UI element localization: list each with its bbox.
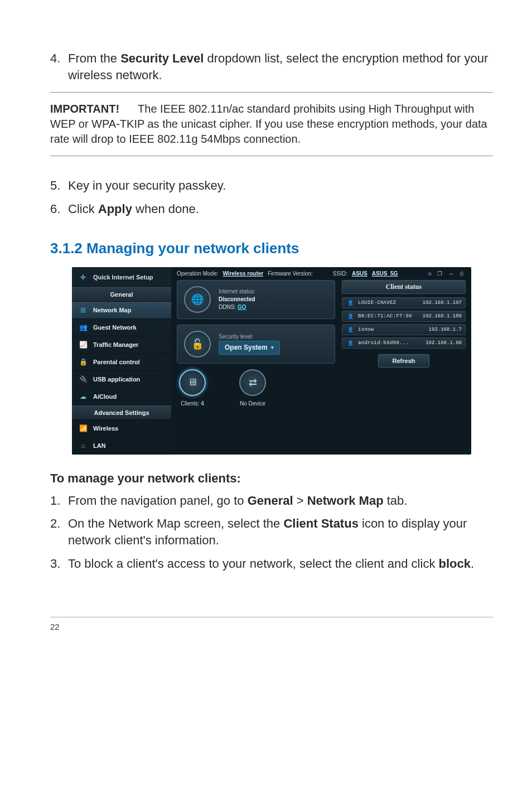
clients-caption: Clients: 4: [179, 400, 206, 407]
manage-step-3-b1: block: [439, 557, 471, 571]
manage-step-2-number: 2.: [50, 515, 68, 548]
step-4-pre: From the: [68, 51, 120, 65]
step-4: 4. From the Security Level dropdown list…: [50, 50, 493, 83]
security-level-dropdown[interactable]: Open System ▾: [219, 341, 280, 355]
sidebar-item-aicloud[interactable]: ☁ AiCloud: [72, 388, 171, 405]
manage-clients-heading: To manage your network clients:: [50, 471, 493, 486]
aicloud-icon: ☁: [78, 392, 89, 401]
ssid-1[interactable]: ASUS: [352, 270, 367, 277]
sidebar-item-parental-control[interactable]: 🔒 Parental control: [72, 354, 171, 371]
sidebar-item-wireless[interactable]: 📶 Wireless: [72, 420, 171, 437]
quick-internet-setup-label: Quick Internet Setup: [93, 274, 153, 281]
clients-count: 4: [201, 400, 204, 407]
page-number: 22: [50, 622, 60, 631]
client-ip: 192.168.1.197: [420, 300, 462, 306]
sidebar-group-advanced: Advanced Settings: [72, 405, 171, 420]
header-icons[interactable]: ⎋ ❐ ↔ ⎙: [428, 270, 466, 277]
step-4-number: 4.: [50, 50, 68, 83]
sidebar-item-label: Wireless: [93, 425, 118, 432]
manage-step-1-b1: General: [248, 494, 293, 508]
step-6-text: Click Apply when done.: [68, 201, 493, 218]
manage-step-1: 1. From the navigation panel, go to Gene…: [50, 492, 493, 509]
ssid-label: SSID:: [333, 270, 347, 277]
client-ip: 192.168.1.189: [420, 313, 462, 319]
client-row[interactable]: 👤 LOUIE-CHAVEZ 192.168.1.197: [342, 297, 466, 308]
client-row[interactable]: 👤 android-b9d80... 192.168.1.60: [342, 337, 466, 349]
internet-status-lines: Internet status: Disconnected DDNS: GO: [219, 288, 255, 311]
step-5-number: 5.: [50, 177, 68, 194]
client-icon: 👤: [346, 313, 355, 319]
clients-tile[interactable]: 🖥 Clients: 4: [179, 369, 206, 407]
router-screenshot: ✧ Quick Internet Setup General ⊞ Network…: [72, 267, 471, 455]
client-row[interactable]: 👤 isnow 192.168.1.7: [342, 324, 466, 335]
op-mode-value[interactable]: Wireless router: [223, 270, 264, 277]
client-status-header: Client status: [342, 280, 466, 294]
internet-status-card[interactable]: 🌐 Internet status: Disconnected DDNS: GO: [177, 280, 335, 319]
client-icon: 👤: [346, 327, 355, 332]
sidebar-item-guest-network[interactable]: 👥 Guest Network: [72, 319, 171, 336]
manage-step-2-text: On the Network Map screen, select the Cl…: [68, 515, 493, 548]
quick-internet-setup[interactable]: ✧ Quick Internet Setup: [72, 267, 171, 287]
important-block: IMPORTANT! The IEEE 802.11n/ac standard …: [50, 102, 493, 147]
ssid-2[interactable]: ASUS_5G: [372, 270, 398, 277]
ddns-go-link[interactable]: GO: [238, 304, 246, 310]
globe-icon: 🌐: [184, 286, 211, 313]
step-5-text: Key in your security passkey.: [68, 177, 493, 194]
divider-bottom: [50, 156, 493, 156]
clients-icon: 🖥: [179, 369, 206, 396]
sidebar-item-lan[interactable]: ⌂ LAN: [72, 437, 171, 455]
step-6: 6. Click Apply when done.: [50, 201, 493, 218]
step-4-text: From the Security Level dropdown list, s…: [68, 50, 493, 83]
sidebar-item-label: LAN: [93, 442, 106, 449]
security-card[interactable]: 🔓 Security level: Open System ▾: [177, 325, 335, 364]
chevron-down-icon: ▾: [271, 344, 274, 351]
client-icon: 👤: [346, 340, 355, 346]
usb-tile[interactable]: ⇄ No Device: [239, 369, 266, 407]
ddns-label: DDNS:: [219, 304, 236, 310]
page-footer: 22: [50, 617, 493, 631]
lock-icon: 🔓: [184, 331, 211, 357]
sidebar-item-usb-application[interactable]: 🔌 USB application: [72, 371, 171, 388]
guest-network-icon: 👥: [78, 323, 89, 332]
manage-step-3-pre: To block a client's access to your netwo…: [68, 557, 439, 571]
sidebar-item-label: Guest Network: [93, 324, 137, 331]
client-row[interactable]: 👤 B0:EC:71:AC:F7:96 192.168.1.189: [342, 311, 466, 322]
important-label: IMPORTANT!: [50, 103, 119, 115]
step-6-number: 6.: [50, 201, 68, 218]
step-6-post: when done.: [132, 202, 199, 216]
manage-step-1-text: From the navigation panel, go to General…: [68, 492, 493, 509]
client-ip: 192.168.1.60: [420, 340, 462, 346]
manage-step-2-b1: Client Status: [283, 516, 358, 530]
divider-top: [50, 92, 493, 93]
router-header: Operation Mode: Wireless router Firmware…: [177, 270, 466, 280]
manage-step-1-post: tab.: [384, 494, 408, 508]
refresh-button[interactable]: Refresh: [378, 354, 429, 368]
client-name: android-b9d80...: [358, 340, 417, 346]
step-6-pre: Click: [68, 202, 98, 216]
usb-icon: ⇄: [239, 369, 266, 396]
client-name: LOUIE-CHAVEZ: [358, 300, 417, 306]
sidebar-item-network-map[interactable]: ⊞ Network Map: [72, 302, 171, 319]
manage-step-1-number: 1.: [50, 492, 68, 509]
sidebar-item-label: Traffic Manager: [93, 341, 138, 348]
step-6-bold: Apply: [98, 202, 132, 216]
router-main: Operation Mode: Wireless router Firmware…: [171, 267, 471, 455]
router-sidebar: ✧ Quick Internet Setup General ⊞ Network…: [72, 267, 171, 455]
network-map-icon: ⊞: [78, 306, 89, 315]
manage-step-3-number: 3.: [50, 555, 68, 572]
sidebar-item-label: AiCloud: [93, 393, 117, 400]
lan-icon: ⌂: [78, 441, 89, 450]
manage-step-3: 3. To block a client's access to your ne…: [50, 555, 493, 572]
sidebar-item-traffic-manager[interactable]: 📈 Traffic Manager: [72, 336, 171, 354]
client-name: isnow: [358, 327, 417, 332]
section-heading: 3.1.2 Managing your network clients: [50, 240, 493, 257]
parental-control-icon: 🔒: [78, 357, 89, 366]
fw-label: Firmware Version:: [268, 270, 313, 277]
bottom-tiles: 🖥 Clients: 4 ⇄ No Device: [177, 369, 335, 407]
client-status-panel: Client status 👤 LOUIE-CHAVEZ 192.168.1.1…: [342, 280, 466, 407]
clients-caption-label: Clients:: [181, 400, 199, 407]
manage-step-2-pre: On the Network Map screen, select the: [68, 516, 283, 530]
traffic-manager-icon: 📈: [78, 340, 89, 349]
manage-step-1-gt: >: [293, 494, 307, 508]
usb-application-icon: 🔌: [78, 375, 89, 384]
